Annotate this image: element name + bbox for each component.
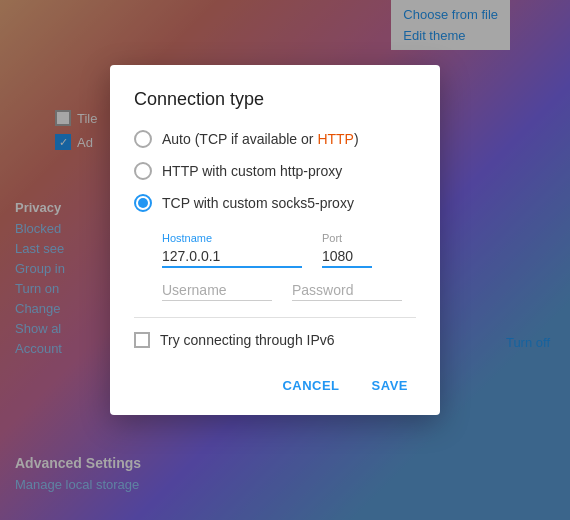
radio-http-label: HTTP with custom http-proxy — [162, 163, 342, 179]
radio-auto-label: Auto (TCP if available or HTTP) — [162, 131, 359, 147]
hostname-port-row: Hostname Port — [162, 232, 416, 268]
username-field-group — [162, 280, 272, 301]
radio-http-circle — [134, 162, 152, 180]
radio-tcp-label: TCP with custom socks5-proxy — [162, 195, 354, 211]
connection-fields: Hostname Port — [162, 232, 416, 301]
username-input[interactable] — [162, 280, 272, 301]
radio-group: Auto (TCP if available or HTTP) HTTP wit… — [134, 130, 416, 212]
port-input[interactable] — [322, 246, 372, 268]
radio-auto-circle — [134, 130, 152, 148]
ipv6-checkbox[interactable] — [134, 332, 150, 348]
dialog-title: Connection type — [134, 89, 416, 110]
radio-auto[interactable]: Auto (TCP if available or HTTP) — [134, 130, 416, 148]
password-field-group — [292, 280, 402, 301]
radio-tcp-circle — [134, 194, 152, 212]
hostname-input[interactable] — [162, 246, 302, 268]
hostname-label: Hostname — [162, 232, 302, 244]
ipv6-row[interactable]: Try connecting through IPv6 — [134, 332, 416, 348]
port-label: Port — [322, 232, 372, 244]
hostname-field-group: Hostname — [162, 232, 302, 268]
divider — [134, 317, 416, 318]
dialog-actions: CANCEL SAVE — [134, 368, 416, 399]
password-input[interactable] — [292, 280, 402, 301]
connection-type-dialog: Connection type Auto (TCP if available o… — [110, 65, 440, 415]
radio-tcp[interactable]: TCP with custom socks5-proxy — [134, 194, 416, 212]
auth-row — [162, 280, 416, 301]
save-button[interactable]: SAVE — [364, 372, 416, 399]
port-field-group: Port — [322, 232, 372, 268]
radio-http[interactable]: HTTP with custom http-proxy — [134, 162, 416, 180]
cancel-button[interactable]: CANCEL — [274, 372, 347, 399]
ipv6-label: Try connecting through IPv6 — [160, 332, 335, 348]
